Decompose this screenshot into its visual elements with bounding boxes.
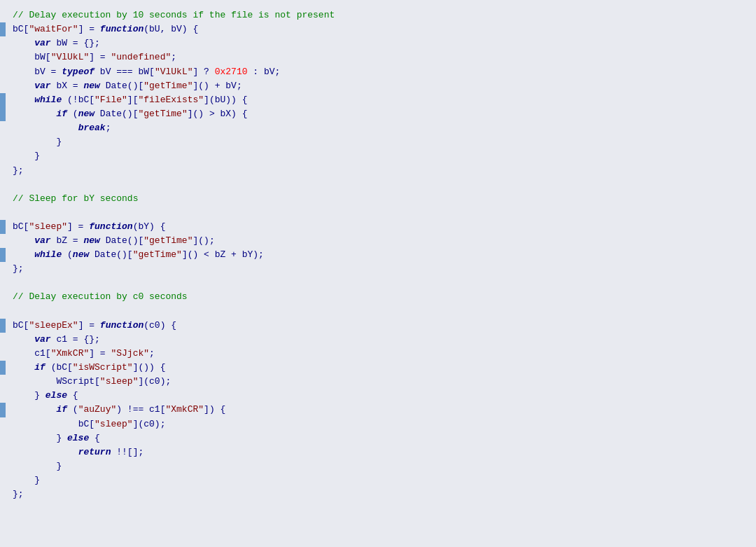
line-content-35: }; — [6, 487, 756, 501]
line-marker-7 — [0, 93, 6, 107]
line-marker-11 — [0, 149, 6, 163]
line-12: }; — [0, 164, 756, 178]
line-6: var bX = new Date()["getTime"]() + bV; — [0, 79, 756, 93]
line-marker-17 — [0, 234, 6, 248]
line-marker-25 — [0, 347, 6, 361]
line-content-18: while (new Date()["getTime"]() < bZ + bY… — [6, 248, 756, 262]
line-17: var bZ = new Date()["getTime"](); — [0, 234, 756, 248]
line-content-23: bC["sleepEx"] = function(c0) { — [6, 319, 756, 333]
line-content-7: while (!bC["File"]["fileExists"](bU)) { — [6, 93, 756, 107]
line-marker-21 — [0, 290, 6, 304]
line-3: var bW = {}; — [0, 36, 756, 50]
line-content-34: } — [6, 473, 756, 487]
line-marker-31 — [0, 431, 6, 445]
line-14: // Sleep for bY seconds — [0, 192, 756, 206]
line-content-11: } — [6, 149, 756, 163]
line-content-14: // Sleep for bY seconds — [6, 192, 756, 206]
line-content-25: c1["XmkCR"] = "SJjck"; — [6, 347, 756, 361]
line-marker-9 — [0, 121, 6, 135]
line-content-8: if (new Date()["getTime"]() > bX) { — [6, 107, 756, 121]
line-16: bC["sleep"] = function(bY) { — [0, 220, 756, 234]
line-32: return !![]; — [0, 445, 756, 459]
line-content-33: } — [6, 459, 756, 473]
line-content-6: var bX = new Date()["getTime"]() + bV; — [6, 79, 756, 93]
line-19: }; — [0, 262, 756, 276]
line-33: } — [0, 459, 756, 473]
line-content-19: }; — [6, 262, 756, 276]
line-25: c1["XmkCR"] = "SJjck"; — [0, 347, 756, 361]
line-marker-3 — [0, 36, 6, 50]
line-content-15 — [6, 206, 756, 220]
line-marker-26 — [0, 361, 6, 375]
line-content-26: if (bC["isWScript"]()) { — [6, 361, 756, 375]
line-marker-19 — [0, 262, 6, 276]
line-content-32: return !![]; — [6, 445, 756, 459]
line-28: } else { — [0, 389, 756, 403]
line-marker-15 — [0, 206, 6, 220]
line-21: // Delay execution by c0 seconds — [0, 290, 756, 304]
line-marker-28 — [0, 389, 6, 403]
line-marker-22 — [0, 305, 6, 319]
line-marker-5 — [0, 65, 6, 79]
line-content-2: bC["waitFor"] = function(bU, bV) { — [6, 22, 756, 36]
code-container: // Delay execution by 10 seconds if the … — [0, 6, 756, 547]
line-marker-10 — [0, 135, 6, 149]
line-content-22 — [6, 305, 756, 319]
line-34: } — [0, 473, 756, 487]
line-18: while (new Date()["getTime"]() < bZ + bY… — [0, 248, 756, 262]
line-marker-29 — [0, 403, 6, 417]
line-marker-16 — [0, 220, 6, 234]
line-31: } else { — [0, 431, 756, 445]
line-content-31: } else { — [6, 431, 756, 445]
line-marker-35 — [0, 487, 6, 501]
line-content-24: var c1 = {}; — [6, 333, 756, 347]
line-content-9: break; — [6, 121, 756, 135]
line-24: var c1 = {}; — [0, 333, 756, 347]
line-marker-27 — [0, 375, 6, 389]
line-content-12: }; — [6, 164, 756, 178]
line-marker-8 — [0, 107, 6, 121]
line-content-4: bW["VlUkL"] = "undefined"; — [6, 50, 756, 64]
line-content-30: bC["sleep"](c0); — [6, 417, 756, 431]
line-content-3: var bW = {}; — [6, 36, 756, 50]
line-content-29: if ("auZuy") !== c1["XmkCR"]) { — [6, 403, 756, 417]
line-marker-20 — [0, 276, 6, 290]
line-content-1: // Delay execution by 10 seconds if the … — [6, 8, 756, 22]
line-marker-2 — [0, 22, 6, 36]
line-7: while (!bC["File"]["fileExists"](bU)) { — [0, 93, 756, 107]
line-marker-4 — [0, 50, 6, 64]
line-content-21: // Delay execution by c0 seconds — [6, 290, 756, 304]
line-marker-24 — [0, 333, 6, 347]
line-marker-13 — [0, 178, 6, 192]
line-22 — [0, 305, 756, 319]
line-5: bV = typeof bV === bW["VlUkL"] ? 0x2710 … — [0, 65, 756, 79]
line-23: bC["sleepEx"] = function(c0) { — [0, 319, 756, 333]
line-content-20 — [6, 276, 756, 290]
line-marker-14 — [0, 192, 6, 206]
line-content-13 — [6, 178, 756, 192]
line-marker-33 — [0, 459, 6, 473]
line-content-28: } else { — [6, 389, 756, 403]
line-2: bC["waitFor"] = function(bU, bV) { — [0, 22, 756, 36]
line-marker-23 — [0, 319, 6, 333]
line-content-17: var bZ = new Date()["getTime"](); — [6, 234, 756, 248]
line-26: if (bC["isWScript"]()) { — [0, 361, 756, 375]
line-marker-30 — [0, 417, 6, 431]
line-9: break; — [0, 121, 756, 135]
line-marker-18 — [0, 248, 6, 262]
line-10: } — [0, 135, 756, 149]
line-marker-32 — [0, 445, 6, 459]
line-35: }; — [0, 487, 756, 501]
line-content-5: bV = typeof bV === bW["VlUkL"] ? 0x2710 … — [6, 65, 756, 79]
line-8: if (new Date()["getTime"]() > bX) { — [0, 107, 756, 121]
line-content-16: bC["sleep"] = function(bY) { — [6, 220, 756, 234]
line-content-27: WScript["sleep"](c0); — [6, 375, 756, 389]
line-30: bC["sleep"](c0); — [0, 417, 756, 431]
line-4: bW["VlUkL"] = "undefined"; — [0, 50, 756, 64]
line-marker-34 — [0, 473, 6, 487]
line-15 — [0, 206, 756, 220]
line-1: // Delay execution by 10 seconds if the … — [0, 8, 756, 22]
line-marker-12 — [0, 164, 6, 178]
line-11: } — [0, 149, 756, 163]
line-content-10: } — [6, 135, 756, 149]
